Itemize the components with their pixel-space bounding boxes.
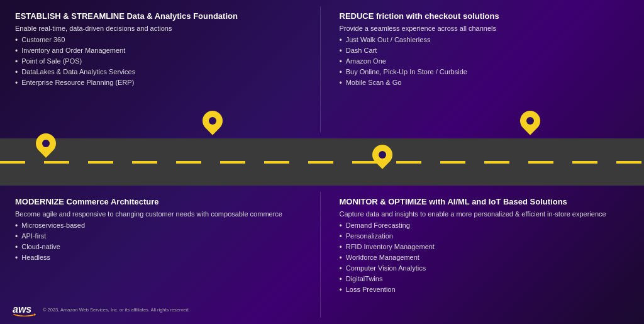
pin-head-2	[198, 106, 226, 135]
top-right-list: Just Walk Out / Cashierless Dash Cart Am…	[340, 36, 630, 87]
list-item: Mobile Scan & Go	[340, 79, 630, 87]
bottom-right-title-text: MONITOR & OPTIMIZE with AI/ML and IoT Ba…	[340, 197, 567, 206]
svg-marker-1	[34, 313, 36, 316]
top-right-title: REDUCE friction with checkout solutions	[340, 11, 630, 22]
location-pin-3	[371, 145, 394, 172]
list-item: Customer 360	[15, 36, 305, 45]
top-left-list: Customer 360 Inventory and Order Managem…	[15, 36, 305, 87]
aws-logo-svg: aws	[13, 303, 36, 316]
list-item: DigitalTwins	[340, 275, 630, 284]
bottom-left-panel: MODERNIZE Commerce Architecture Become a…	[0, 186, 320, 324]
list-item: API-first	[15, 232, 305, 241]
list-item: Headless	[15, 254, 305, 262]
bottom-left-list: Microservices-based API-first Cloud-nati…	[15, 221, 305, 262]
bottom-left-title-text: MODERNIZE Commerce Architecture	[15, 197, 159, 206]
list-item: Computer Vision Analytics	[340, 264, 630, 273]
top-left-title-text: ESTABLISH & STREAMLINE Data & Analytics …	[15, 11, 238, 21]
list-item: Microservices-based	[15, 221, 305, 230]
bottom-right-subtitle: Capture data and insights to enable a mo…	[340, 210, 630, 218]
pin-head-1	[31, 129, 60, 157]
list-item: Point of Sale (POS)	[15, 57, 305, 66]
list-item: Cloud-native	[15, 243, 305, 252]
top-left-subtitle: Enable real-time, data-driven decisions …	[15, 25, 305, 32]
list-item: Demand Forecasting	[340, 221, 630, 230]
top-section: ESTABLISH & STREAMLINE Data & Analytics …	[0, 0, 644, 138]
svg-text:aws: aws	[13, 304, 31, 315]
top-right-panel: REDUCE friction with checkout solutions …	[321, 0, 645, 138]
location-pin-4	[519, 111, 541, 138]
list-item: DataLakes & Data Analytics Services	[15, 68, 305, 77]
bottom-right-panel: MONITOR & OPTIMIZE with AI/ML and IoT Ba…	[321, 186, 645, 324]
pin-head-4	[516, 106, 544, 135]
list-item: Inventory and Order Management	[15, 47, 305, 55]
list-item: Buy Online, Pick-Up In Store / Curbside	[340, 68, 630, 77]
location-pin-1	[35, 133, 57, 161]
list-item: Just Walk Out / Cashierless	[340, 36, 630, 45]
bottom-left-subtitle: Become agile and responsive to changing …	[15, 210, 305, 218]
list-item: Dash Cart	[340, 47, 630, 55]
road-center-line	[0, 161, 644, 164]
location-pin-2	[201, 111, 224, 138]
main-container: ESTABLISH & STREAMLINE Data & Analytics …	[0, 0, 644, 324]
bottom-section: MODERNIZE Commerce Architecture Become a…	[0, 186, 644, 324]
aws-footer: aws © 2023, Amazon Web Services, Inc. or…	[13, 303, 190, 316]
top-right-subtitle: Provide a seamless experience across all…	[340, 25, 630, 32]
bottom-right-title: MONITOR & OPTIMIZE with AI/ML and IoT Ba…	[340, 197, 630, 208]
pin-head-3	[368, 140, 396, 169]
aws-copyright-text: © 2023, Amazon Web Services, Inc. or its…	[43, 307, 190, 313]
bottom-right-list: Demand Forecasting Personalization RFID …	[340, 221, 630, 294]
bottom-left-title: MODERNIZE Commerce Architecture	[15, 197, 305, 208]
list-item: Personalization	[340, 232, 630, 241]
list-item: RFID Inventory Management	[340, 243, 630, 252]
road-section	[0, 138, 644, 186]
list-item: Workforce Management	[340, 254, 630, 262]
top-left-title: ESTABLISH & STREAMLINE Data & Analytics …	[15, 11, 305, 22]
aws-logo: aws	[13, 303, 36, 316]
list-item: Loss Prevention	[340, 286, 630, 294]
top-right-title-text: REDUCE friction with checkout solutions	[340, 11, 499, 21]
top-left-panel: ESTABLISH & STREAMLINE Data & Analytics …	[0, 0, 320, 138]
list-item: Amazon One	[340, 57, 630, 66]
list-item: Enterprise Resource Planning (ERP)	[15, 79, 305, 87]
